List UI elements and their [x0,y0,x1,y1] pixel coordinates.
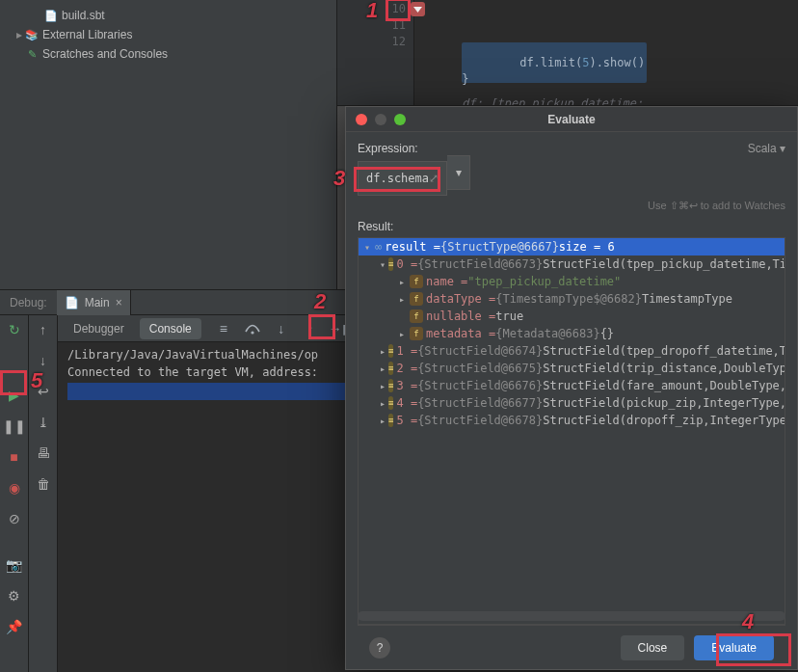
tab-console[interactable]: Console [140,318,201,339]
dialog-titlebar[interactable]: Evaluate [346,107,797,132]
language-select[interactable]: Scala ▾ [748,142,785,155]
result-tree[interactable]: ▾ ∞ result = {StructType@6667} size = 6 … [358,237,785,625]
result-item-1[interactable]: ▸ ≡ 1 = {StructField@6674} StructField(t… [359,342,785,360]
watch-hint: Use ⇧⌘↩ to add to Watches [358,200,785,212]
struct-icon: ≡ [388,257,393,271]
tree-scratches[interactable]: ✎ Scratches and Consoles [0,44,336,64]
chevron-right-icon: ▸ [380,416,386,426]
struct-icon: ≡ [388,396,393,410]
svg-point-1 [251,331,253,334]
breakpoints-button[interactable]: ◉ [4,477,25,498]
debug-config-label: Main [85,296,110,309]
result-item-0[interactable]: ▾ ≡ 0 = {StructField@6673} StructField(t… [359,255,785,273]
step-over-icon[interactable] [244,320,261,337]
field-icon: f [410,292,423,306]
chevron-right-icon: ▸ [397,294,407,305]
libraries-icon: 📚 [25,28,39,41]
struct-icon: ≡ [388,362,393,375]
annotation-box-4 [716,633,791,666]
close-icon[interactable]: × [116,296,122,309]
field-icon: f [410,309,423,323]
annotation-number-3: 3 [333,166,345,191]
breakpoint-gutter-icon[interactable] [409,2,425,18]
field-icon: f [410,327,423,340]
chevron-down-icon: ▾ [777,142,785,155]
chevron-right-icon: ▸ [380,381,386,391]
result-item-3[interactable]: ▸ ≡ 3 = {StructField@6676} StructField(f… [359,377,785,394]
annotation-number-4: 4 [742,609,754,634]
annotation-box-3 [354,167,440,192]
infinity-icon: ∞ [375,240,382,254]
debug-title: Debug: [0,296,57,309]
chevron-right-icon: ▸ [380,346,386,357]
sbt-file-icon: 📄 [44,9,58,22]
annotation-box-5 [0,370,27,395]
tree-label: Scratches and Consoles [42,47,168,61]
chevron-right-icon: ▸ [13,28,25,41]
scroll-end-button[interactable]: ⤓ [33,412,54,433]
camera-button[interactable]: 📷 [4,554,25,576]
help-button[interactable]: ? [369,637,390,659]
settings-button[interactable]: ⚙ [4,585,25,606]
result-item-4[interactable]: ▸ ≡ 4 = {StructField@6677} StructField(p… [359,394,785,412]
annotation-box-2 [308,314,335,339]
struct-icon: ≡ [388,344,393,358]
trash-button[interactable]: 🗑 [33,473,54,495]
result-root-row[interactable]: ▾ ∞ result = {StructType@6667} size = 6 [359,238,785,255]
stop-button[interactable]: ■ [4,446,25,468]
annotation-box-1 [386,0,411,21]
debug-config-tab[interactable]: 📄 Main × [57,290,131,315]
tree-label: External Libraries [42,28,132,41]
field-icon: f [410,275,423,288]
result-item-2[interactable]: ▸ ≡ 2 = {StructField@6675} StructField(t… [359,360,785,377]
tree-file-buildsbt[interactable]: 📄 build.sbt [0,6,336,25]
pause-button[interactable]: ❚❚ [4,416,25,437]
tree-external-libraries[interactable]: ▸ 📚 External Libraries [0,25,336,44]
chevron-right-icon: ▸ [380,398,386,409]
expression-history-dropdown[interactable]: ▾ [447,155,470,190]
struct-icon: ≡ [388,379,393,392]
annotation-number-1: 1 [366,0,378,23]
annotation-number-5: 5 [31,368,42,393]
print-button[interactable]: 🖶 [33,443,54,464]
dialog-title: Evaluate [346,113,797,126]
result-field-name[interactable]: ▸ f name = "tpep_pickup_datetime" [359,273,785,290]
annotation-number-2: 2 [314,289,326,314]
scratch-icon: ✎ [25,47,39,61]
chevron-right-icon: ▸ [380,363,386,374]
threads-icon[interactable]: ≡ [215,320,232,337]
gutter-line-12[interactable]: 12 [337,35,406,51]
editor-code[interactable]: df.limit(5).show() df: [tpep_pickup_date… [414,0,798,105]
close-button[interactable]: Close [621,635,685,660]
step-into-icon[interactable]: ↓ [273,320,290,337]
up-arrow-button[interactable]: ↑ [33,319,54,340]
inline-hint: df: [tpep_pickup_datetime: [462,96,643,105]
mute-breakpoints-button[interactable]: ⊘ [4,508,25,529]
chevron-right-icon: ▸ [397,277,407,287]
struct-icon: ≡ [388,414,393,427]
run-config-icon: 📄 [65,296,79,309]
result-field-nullable[interactable]: ▸ f nullable = true [359,308,785,325]
rerun-button[interactable]: ↻ [4,319,25,340]
result-field-datatype[interactable]: ▸ f dataType = {TimestampType$@6682} Tim… [359,290,785,308]
debug-left-toolbar: ↻ ▶ ❚❚ ■ ◉ ⊘ 📷 ⚙ 📌 [0,315,29,672]
chevron-down-icon: ▾ [380,259,386,270]
horizontal-scrollbar[interactable] [358,611,785,621]
result-item-5[interactable]: ▸ ≡ 5 = {StructField@6678} StructField(d… [359,412,785,429]
result-field-metadata[interactable]: ▸ f metadata = {Metadata@6683} {} [359,325,785,342]
project-tree: 📄 build.sbt ▸ 📚 External Libraries ✎ Scr… [0,0,337,289]
tree-label: build.sbt [62,9,105,22]
chevron-down-icon: ▾ [362,242,372,253]
tab-debugger[interactable]: Debugger [64,318,134,339]
chevron-right-icon: ▸ [397,329,407,339]
pin-button[interactable]: 📌 [4,616,25,637]
expression-label: Expression: [358,142,418,155]
chevron-down-icon: ▾ [456,166,462,179]
result-label: Result: [358,220,785,233]
